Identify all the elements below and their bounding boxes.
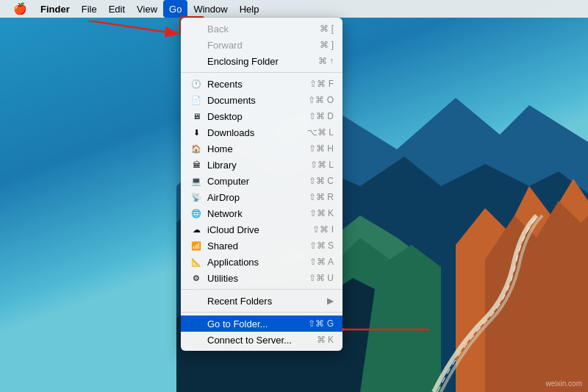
- home-icon: 🏠: [190, 144, 203, 154]
- menu-item-recents[interactable]: 🕐 Recents ⇧⌘ F: [181, 76, 343, 92]
- library-icon: 🏛: [190, 160, 203, 169]
- network-icon: 🌐: [190, 209, 203, 218]
- menu-item-shared[interactable]: 📶 Shared ⇧⌘ S: [181, 238, 343, 254]
- menu-item-connect-server[interactable]: Connect to Server... ⌘ K: [181, 332, 343, 348]
- edit-menu[interactable]: Edit: [103, 0, 131, 18]
- finder-menu[interactable]: Finder: [35, 0, 76, 18]
- diagonal-arrow: [88, 21, 191, 65]
- menu-item-desktop[interactable]: 🖥 Desktop ⇧⌘ D: [181, 108, 343, 124]
- file-menu[interactable]: File: [76, 0, 103, 18]
- menu-item-computer[interactable]: 💻 Computer ⇧⌘ C: [181, 173, 343, 189]
- desktop: 🍎 Finder File Edit View Go Window Help: [0, 0, 588, 392]
- separator-1: [181, 72, 343, 73]
- menu-item-back[interactable]: Back ⌘ [: [181, 21, 343, 37]
- applications-icon: 📐: [190, 257, 203, 267]
- shared-icon: 📶: [190, 241, 203, 251]
- go-menu[interactable]: Go: [163, 0, 187, 18]
- menu-item-enclosing-folder[interactable]: Enclosing Folder ⌘ ↑: [181, 53, 343, 69]
- menu-item-network[interactable]: 🌐 Network ⇧⌘ K: [181, 205, 343, 221]
- menu-item-airdrop[interactable]: 📡 AirDrop ⇧⌘ R: [181, 189, 343, 205]
- menu-item-forward[interactable]: Forward ⌘ ]: [181, 37, 343, 53]
- menu-item-downloads[interactable]: ⬇ Downloads ⌥⌘ L: [181, 124, 343, 140]
- recents-icon: 🕐: [190, 79, 203, 89]
- menu-item-recent-folders[interactable]: Recent Folders ▶: [181, 293, 343, 309]
- separator-2: [181, 289, 343, 290]
- separator-3: [181, 312, 343, 313]
- go-dropdown-menu: Back ⌘ [ Forward ⌘ ] Enclosing Folder ⌘ …: [181, 18, 343, 351]
- menu-item-applications[interactable]: 📐 Applications ⇧⌘ A: [181, 254, 343, 270]
- documents-icon: 📄: [190, 96, 203, 105]
- menu-item-icloud-drive[interactable]: ☁ iCloud Drive ⇧⌘ I: [181, 221, 343, 238]
- computer-icon: 💻: [190, 177, 203, 186]
- downloads-icon: ⬇: [190, 128, 203, 138]
- icloud-icon: ☁: [190, 225, 203, 235]
- window-menu[interactable]: Window: [187, 0, 233, 18]
- watermark: weixin.com: [546, 379, 582, 388]
- menu-item-library[interactable]: 🏛 Library ⇧⌘ L: [181, 157, 343, 173]
- menu-item-go-to-folder[interactable]: Go to Folder... ⇧⌘ G: [181, 316, 343, 332]
- desktop-icon: 🖥: [190, 112, 203, 121]
- airdrop-icon: 📡: [190, 193, 203, 202]
- menubar: 🍎 Finder File Edit View Go Window Help: [0, 0, 588, 18]
- utilities-icon: ⚙: [190, 274, 203, 283]
- view-menu[interactable]: View: [131, 0, 163, 18]
- menu-item-documents[interactable]: 📄 Documents ⇧⌘ O: [181, 92, 343, 108]
- help-menu[interactable]: Help: [234, 0, 265, 18]
- apple-menu[interactable]: 🍎: [6, 0, 35, 18]
- svg-line-9: [88, 21, 178, 34]
- menu-item-home[interactable]: 🏠 Home ⇧⌘ H: [181, 140, 343, 157]
- menu-item-utilities[interactable]: ⚙ Utilities ⇧⌘ U: [181, 270, 343, 286]
